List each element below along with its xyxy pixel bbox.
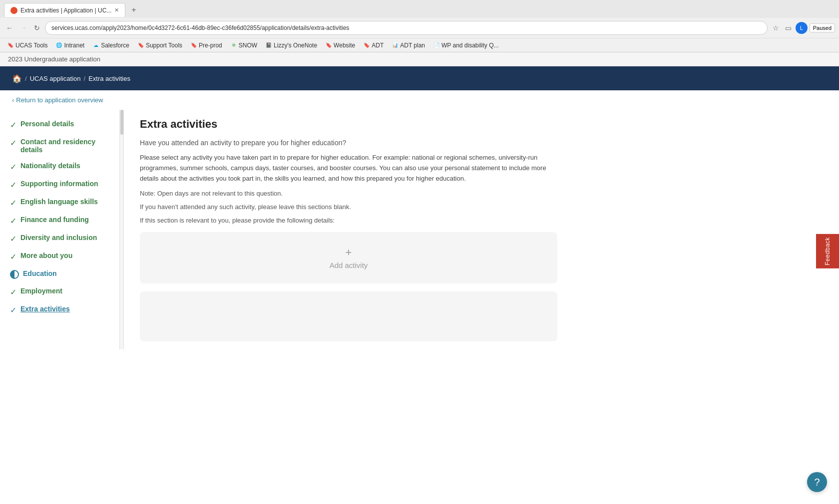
- sidebar-label-finance: Finance and funding: [20, 216, 89, 224]
- bookmark-salesforce-label: Salesforce: [101, 42, 129, 49]
- sidebar-label-supporting-info: Supporting information: [20, 180, 98, 188]
- sidebar-label-extra-activities: Extra activities: [20, 305, 70, 313]
- sidebar-item-english-language[interactable]: ✓ English language skills: [8, 194, 115, 212]
- bookmark-onenote[interactable]: 📓 Lizzy's OneNote: [262, 41, 320, 50]
- page-top-bar: 2023 Undergraduate application: [0, 52, 839, 66]
- main-inner: Extra activities Have you attended an ac…: [140, 110, 557, 349]
- bookmark-snow[interactable]: ❄ SNOW: [227, 41, 260, 50]
- bookmark-pre-prod-icon: 🔖: [190, 42, 197, 49]
- bookmark-salesforce-icon: ☁: [92, 42, 99, 49]
- check-icon-nationality: ✓: [10, 162, 16, 172]
- profile-button[interactable]: L: [796, 22, 808, 34]
- sidebar-item-finance[interactable]: ✓ Finance and funding: [8, 212, 115, 230]
- bookmark-adt-plan-icon: 📊: [392, 42, 399, 49]
- check-icon-contact: ✓: [10, 138, 16, 148]
- sidebar-item-diversity[interactable]: ✓ Diversity and inclusion: [8, 230, 115, 248]
- return-link-label: Return to application overview: [16, 96, 103, 104]
- sidebar-item-personal-details[interactable]: ✓ Personal details: [8, 116, 115, 134]
- bookmark-intranet-label: Intranet: [64, 42, 84, 49]
- breadcrumb-ucas-application[interactable]: UCAS application: [30, 75, 81, 82]
- sidebar-label-employment: Employment: [20, 287, 62, 295]
- bookmark-website-label: Website: [334, 42, 355, 49]
- sidebar: ✓ Personal details ✓ Contact and residen…: [0, 110, 124, 349]
- return-to-overview-link[interactable]: ‹ Return to application overview: [12, 96, 827, 104]
- browser-chrome: Extra activities | Application | UC... ✕…: [0, 0, 839, 52]
- bookmark-snow-icon: ❄: [230, 42, 237, 49]
- bookmark-ucas-tools-icon: 🔖: [7, 42, 14, 49]
- reload-button[interactable]: ↻: [32, 22, 42, 34]
- new-tab-button[interactable]: +: [127, 3, 140, 16]
- tab-bar: Extra activities | Application | UC... ✕…: [0, 0, 839, 18]
- bookmark-support-tools[interactable]: 🔖 Support Tools: [134, 41, 185, 50]
- bookmark-star-icon[interactable]: ☆: [771, 23, 781, 33]
- main-content: Extra activities Have you attended an ac…: [124, 110, 573, 349]
- tab-close-button[interactable]: ✕: [114, 7, 119, 13]
- sidebar-label-more-about-you: More about you: [20, 252, 72, 259]
- bookmark-salesforce[interactable]: ☁ Salesforce: [89, 41, 132, 50]
- bookmark-ucas-tools-label: UCAS Tools: [15, 42, 47, 49]
- feedback-button[interactable]: Feedback: [816, 234, 839, 268]
- bookmark-wp-disability-label: WP and disability Q...: [441, 42, 499, 49]
- check-icon-employment: ✓: [10, 287, 16, 297]
- address-actions: ☆ ▭ L Paused: [771, 22, 835, 34]
- page-top-text: 2023 Undergraduate application: [8, 55, 100, 63]
- bookmark-website[interactable]: 🔖 Website: [322, 41, 358, 50]
- bookmark-support-tools-label: Support Tools: [146, 42, 182, 49]
- check-icon-supporting: ✓: [10, 180, 16, 190]
- check-icon-diversity: ✓: [10, 234, 16, 244]
- bookmark-ucas-tools[interactable]: 🔖 UCAS Tools: [4, 41, 50, 50]
- sidebar-label-education: Education: [23, 269, 57, 277]
- sidebar-item-education[interactable]: Education: [8, 265, 115, 283]
- sidebar-label-nationality: Nationality details: [20, 162, 80, 170]
- sidebar-item-nationality[interactable]: ✓ Nationality details: [8, 158, 115, 176]
- bookmark-adt-label: ADT: [372, 42, 384, 49]
- sidebar-label-english-language: English language skills: [20, 198, 98, 206]
- bookmark-adt-icon: 🔖: [363, 42, 370, 49]
- active-tab[interactable]: Extra activities | Application | UC... ✕: [4, 3, 125, 17]
- note-text: Note: Open days are not relevant to this…: [140, 190, 557, 197]
- bookmark-website-icon: 🔖: [325, 42, 332, 49]
- check-icon-finance: ✓: [10, 216, 16, 226]
- home-icon[interactable]: 🏠: [12, 74, 22, 83]
- empty-content-box: [140, 291, 557, 341]
- breadcrumb-extra-activities: Extra activities: [88, 75, 130, 82]
- if-relevant-text: If this section is relevant to you, plea…: [140, 217, 557, 224]
- tab-favicon: [10, 7, 17, 14]
- page-header: 🏠 / UCAS application / Extra activities: [0, 66, 839, 90]
- bookmark-onenote-label: Lizzy's OneNote: [274, 42, 317, 49]
- sidebar-item-more-about-you[interactable]: ✓ More about you: [8, 248, 115, 265]
- back-button[interactable]: ←: [4, 22, 15, 34]
- question-label: Have you attended an activity to prepare…: [140, 139, 557, 147]
- paused-button[interactable]: Paused: [810, 23, 835, 32]
- sidebar-label-personal-details: Personal details: [20, 120, 74, 128]
- sidebar-item-employment[interactable]: ✓ Employment: [8, 283, 115, 301]
- bookmark-adt[interactable]: 🔖 ADT: [360, 41, 387, 50]
- not-attended-text: If you haven't attended any such activit…: [140, 203, 557, 211]
- add-activity-button[interactable]: + Add activity: [140, 232, 557, 283]
- sidebar-item-contact-residency[interactable]: ✓ Contact and residency details: [8, 134, 115, 158]
- bookmark-intranet-icon: 🌐: [55, 42, 62, 49]
- bookmark-pre-prod[interactable]: 🔖 Pre-prod: [187, 41, 225, 50]
- half-circle-icon-education: [10, 270, 19, 279]
- sidebar-label-diversity: Diversity and inclusion: [20, 234, 97, 242]
- bookmark-intranet[interactable]: 🌐 Intranet: [52, 41, 87, 50]
- sidebar-item-extra-activities[interactable]: ✓ Extra activities: [8, 301, 115, 319]
- page-title: Extra activities: [140, 118, 557, 131]
- sidebar-item-supporting-info[interactable]: ✓ Supporting information: [8, 176, 115, 194]
- bookmark-snow-label: SNOW: [239, 42, 257, 49]
- content-area: ✓ Personal details ✓ Contact and residen…: [0, 110, 839, 349]
- bookmarks-bar: 🔖 UCAS Tools 🌐 Intranet ☁ Salesforce 🔖 S…: [0, 38, 839, 52]
- sidebar-label-contact-residency: Contact and residency details: [20, 138, 113, 154]
- bookmark-pre-prod-label: Pre-prod: [199, 42, 222, 49]
- breadcrumb-sep-1: /: [25, 75, 27, 82]
- check-icon-more: ✓: [10, 252, 16, 261]
- tab-title: Extra activities | Application | UC...: [20, 7, 111, 14]
- chevron-left-icon: ‹: [12, 96, 14, 104]
- bookmark-wp-disability-icon: 📄: [433, 42, 440, 49]
- bookmark-wp-disability[interactable]: 📄 WP and disability Q...: [430, 41, 502, 50]
- bookmark-adt-plan[interactable]: 📊 ADT plan: [389, 41, 428, 50]
- address-input[interactable]: [45, 21, 768, 35]
- forward-button[interactable]: →: [18, 22, 29, 34]
- plus-icon: +: [346, 246, 352, 259]
- cast-icon[interactable]: ▭: [783, 23, 794, 33]
